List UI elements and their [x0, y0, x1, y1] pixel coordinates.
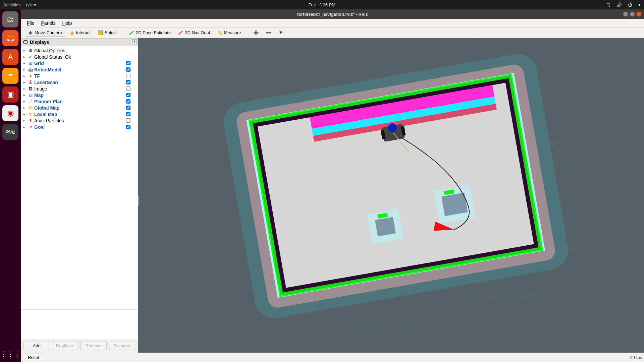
menu-bar: File Panels Help: [21, 19, 644, 27]
tree-expand-icon[interactable]: ▸: [23, 106, 27, 110]
window-minimize-icon[interactable]: [623, 12, 628, 16]
tree-expand-icon[interactable]: ▸: [23, 100, 27, 103]
tree-item-checkbox[interactable]: [126, 93, 130, 97]
window-titlebar[interactable]: tortoisebot_navigation.rviz* - RViz: [21, 9, 644, 19]
add-button[interactable]: Add: [23, 342, 50, 350]
tree-item-checkbox[interactable]: [126, 125, 130, 129]
launcher-files-icon[interactable]: 🗂: [2, 11, 18, 27]
tool-interact[interactable]: ☝Interact: [66, 29, 94, 37]
launcher-sublime-icon[interactable]: ≡: [2, 68, 18, 84]
tree-item-checkbox[interactable]: [126, 112, 130, 116]
menu-help[interactable]: Help: [59, 20, 74, 26]
tree-expand-icon[interactable]: ▸: [23, 68, 27, 71]
svg-rect-19: [434, 185, 475, 224]
tree-expand-icon[interactable]: ▸: [23, 74, 27, 78]
tree-item-label: LaserScan: [34, 80, 125, 85]
minus-icon: ➖: [266, 30, 271, 35]
tree-item[interactable]: ▸ ✔ Global Status: Ok: [21, 54, 137, 60]
tool-view[interactable]: 👁: [276, 29, 286, 37]
tree-expand-icon[interactable]: ▸: [23, 49, 27, 52]
displays-panel-title: Displays: [30, 40, 49, 45]
toolbar: ✥Move Camera ☝Interact Select 2D Pose Es…: [21, 27, 644, 38]
displays-panel-header[interactable]: 🖵 Displays ×: [21, 38, 138, 46]
tree-expand-icon[interactable]: ▸: [23, 87, 27, 90]
tree-expand-icon[interactable]: ▸: [23, 61, 27, 65]
launcher-rviz-icon[interactable]: RViz: [2, 124, 18, 140]
tree-item-icon: ↟: [28, 118, 33, 123]
displays-tree-empty: [21, 133, 138, 309]
tree-item-icon: ▦: [28, 61, 33, 66]
tree-expand-icon[interactable]: ▸: [23, 55, 27, 59]
tool-measure[interactable]: 📏Measure: [214, 29, 244, 37]
launcher-firefox-icon[interactable]: 🦊: [2, 30, 18, 46]
tree-expand-icon[interactable]: ▸: [23, 119, 27, 122]
window-title: tortoisebot_navigation.rviz* - RViz: [297, 12, 368, 17]
tool-focus[interactable]: ➕: [250, 29, 262, 37]
tree-item[interactable]: ▸ 📁 Global Map: [21, 105, 137, 111]
tree-item-icon: 📁: [28, 106, 33, 110]
tree-expand-icon[interactable]: ▸: [23, 80, 27, 84]
select-icon: [98, 31, 103, 35]
rviz-3d-viewport[interactable]: ◀: [138, 38, 644, 353]
displays-tree[interactable]: ▸ ⚙ Global Options ▸ ✔ Global Status: Ok…: [21, 46, 138, 133]
volume-icon[interactable]: 🔊: [616, 2, 622, 7]
tree-expand-icon[interactable]: ▸: [23, 125, 27, 129]
tree-item[interactable]: ▸ 🖼 Image: [21, 85, 137, 92]
tree-item[interactable]: ▸ ↟ Amcl Particles: [21, 117, 137, 124]
panel-close-icon[interactable]: ×: [132, 39, 137, 44]
menu-caret-icon[interactable]: ▾: [638, 2, 641, 7]
pose-arrow-icon: [129, 31, 134, 35]
launcher-apps-grid-icon[interactable]: ⋮⋮⋮: [0, 350, 20, 358]
tree-expand-icon[interactable]: ▸: [23, 112, 27, 116]
panel-splitter[interactable]: ◀: [138, 195, 139, 205]
tool-select[interactable]: Select: [95, 29, 120, 37]
tree-item-checkbox[interactable]: [126, 80, 130, 84]
tree-item-icon: 🖼: [28, 86, 33, 91]
displays-description-box: [21, 309, 138, 339]
tree-item-icon: ⚙: [28, 48, 33, 53]
window-close-icon[interactable]: [637, 12, 641, 16]
tree-item[interactable]: ▸ ⬍ TF: [21, 73, 137, 79]
network-icon[interactable]: ⇅: [607, 2, 610, 7]
tool-2d-pose-estimate[interactable]: 2D Pose Estimate: [126, 29, 174, 37]
tree-item-checkbox[interactable]: [126, 61, 130, 65]
interact-icon: ☝: [69, 31, 74, 35]
tree-item-checkbox[interactable]: [126, 99, 130, 104]
tree-item-checkbox[interactable]: [126, 86, 130, 91]
tree-item[interactable]: ▸ ▤ Map: [21, 92, 137, 98]
duplicate-button: Duplicate: [52, 342, 78, 350]
tree-item-icon: 🤖: [28, 67, 33, 72]
tree-item[interactable]: ▸ ▦ Grid: [21, 60, 137, 66]
tree-item-checkbox[interactable]: [126, 74, 130, 78]
tool-2d-nav-goal[interactable]: 2D Nav Goal: [175, 29, 213, 37]
ruler-icon: 📏: [217, 31, 222, 35]
tree-expand-icon[interactable]: ▸: [23, 93, 27, 97]
tool-move-camera[interactable]: ✥Move Camera: [25, 29, 65, 37]
tree-item-label: Global Options: [34, 48, 125, 53]
menu-panels[interactable]: Panels: [39, 20, 58, 26]
tree-item[interactable]: ▸ ／ Planner Plan: [21, 98, 137, 105]
tree-item-label: Planner Plan: [34, 99, 125, 104]
window-maximize-icon[interactable]: [630, 12, 635, 16]
menu-file[interactable]: File: [24, 20, 37, 26]
tree-item-checkbox[interactable]: [126, 106, 130, 110]
tree-item[interactable]: ▸ ↗ Goal: [21, 124, 137, 130]
app-menu[interactable]: rviz ▾: [26, 2, 36, 7]
eye-icon: 👁: [279, 30, 283, 35]
launcher-software-icon[interactable]: A: [2, 49, 18, 65]
tree-item[interactable]: ▸ ⦿ LaserScan: [21, 79, 137, 85]
tree-item[interactable]: ▸ 📁 Local Map: [21, 111, 137, 117]
ubuntu-launcher: 🗂 🦊 A ≡ ▣ ◉ RViz ⋮⋮⋮: [0, 0, 21, 362]
launcher-app-icon[interactable]: ◉: [2, 105, 18, 121]
tree-item[interactable]: ▸ ⚙ Global Options: [21, 47, 137, 54]
activities-button[interactable]: Activities: [3, 2, 20, 7]
reset-button[interactable]: Reset: [23, 354, 44, 361]
power-icon[interactable]: ⏻: [628, 2, 632, 7]
tree-item-checkbox[interactable]: [126, 118, 130, 123]
tool-shrink[interactable]: ➖: [263, 29, 274, 37]
tree-item-label: Grid: [34, 61, 125, 66]
tree-item-checkbox[interactable]: [126, 67, 130, 72]
launcher-screenshot-icon[interactable]: ▣: [2, 86, 18, 103]
tree-item-icon: ／: [28, 99, 33, 104]
tree-item[interactable]: ▸ 🤖 RobotModel: [21, 66, 137, 73]
